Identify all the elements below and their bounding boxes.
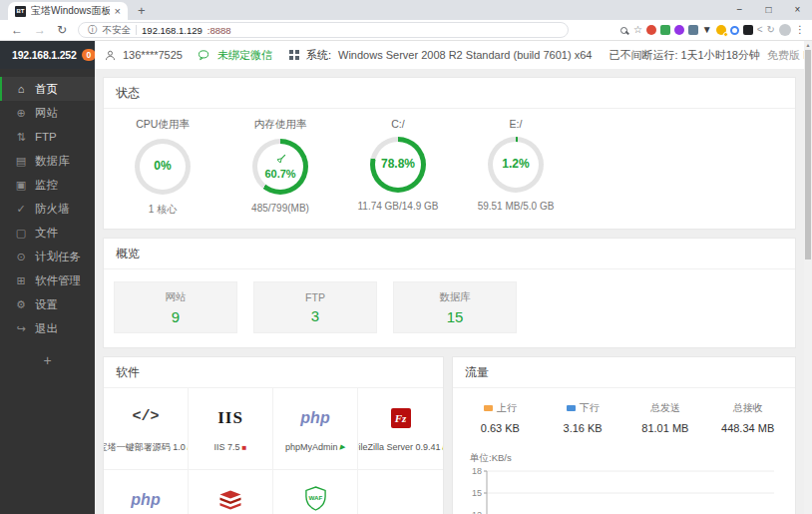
software-icon-zone: IIS [217, 405, 243, 431]
version-label: 免费版 Beta 6.0.0 [767, 48, 804, 63]
close-button[interactable]: × [783, 0, 812, 19]
status-title: 状态 [104, 78, 795, 109]
traffic-stat-value: 3.16 KB [564, 422, 603, 434]
software-item-IIS 7.5[interactable]: IISIIS 7.5 ■ [189, 388, 273, 470]
profile-avatar[interactable] [779, 24, 791, 36]
sidebar-item-label: 软件管理 [35, 273, 81, 288]
software-icon-zone: </> [132, 404, 159, 430]
sidebar-item-防火墙[interactable]: ✓防火墙 [0, 197, 95, 221]
gauge-C:/: C:/78.8%11.74 GB/14.9 GB [339, 118, 457, 217]
uptime: 已不间断运行: 1天1小时18分钟 [609, 48, 760, 63]
sync-icon[interactable]: ↻ [767, 25, 775, 35]
scrollbar-up-icon[interactable]: ▲ [804, 41, 812, 49]
sidebar-item-文件[interactable]: ▢文件 [0, 221, 95, 245]
extension-dark-icon[interactable] [743, 25, 753, 35]
sidebar-add-button[interactable]: + [0, 352, 95, 368]
menu-kebab-icon[interactable]: ⋮ [795, 25, 805, 35]
forward-icon[interactable]: → [34, 24, 46, 36]
software-icon-zone [218, 487, 242, 513]
gauge-CPU使用率: CPU使用率0%1 核心 [104, 118, 221, 217]
traffic-stat-name: 下行 [580, 401, 600, 415]
bookmark-star-icon[interactable]: ☆ [633, 25, 642, 35]
legend-swatch [567, 405, 576, 411]
waf-shield-icon: WAF [304, 486, 327, 511]
extension-slate-icon[interactable] [688, 25, 698, 35]
traffic-stat-label: 下行 [567, 401, 600, 415]
traffic-stat-value: 81.01 MB [641, 422, 688, 434]
panel-header-right: 免费版 Beta 6.0.0 [找Bug享全场5折] 更新 修复 重启 [767, 48, 804, 63]
system-label: 系统: [306, 48, 331, 63]
wechat-status[interactable]: 未绑定微信 [217, 48, 272, 63]
overview-title: 概览 [104, 239, 795, 269]
sidebar-item-设置[interactable]: ⚙设置 [0, 292, 95, 316]
gauge-内存使用率: 内存使用率60.7%485/799(MB) [221, 118, 339, 217]
extension-purple-icon[interactable] [674, 25, 684, 35]
sidebar-item-计划任务[interactable]: ⊙计划任务 [0, 245, 95, 268]
traffic-card: 流量 上行0.63 KB下行3.16 KB总发送81.01 MB总接收448.3… [452, 356, 796, 514]
server-selector[interactable]: 192.168.1.252 0 [0, 41, 95, 69]
redis-icon [218, 490, 242, 511]
home-icon: ⌂ [15, 84, 27, 95]
traffic-stat-label: 总发送 [650, 401, 680, 415]
new-tab-button[interactable]: + [138, 4, 146, 17]
tab-title: 宝塔Windows面板 [31, 4, 110, 18]
sidebar-item-监控[interactable]: ▣监控 [0, 173, 95, 197]
gauge-sub: 59.51 MB/5.0 GB [478, 201, 555, 212]
info-icon[interactable]: ⓘ [88, 24, 98, 37]
traffic-stat-总接收: 总接收448.34 MB [706, 401, 789, 434]
traffic-chart: 1815129630 [467, 467, 778, 514]
software-item-phpMyAdmin[interactable]: phpphpMyAdmin ▶ [273, 388, 358, 470]
tab-close-icon[interactable]: × [115, 6, 121, 17]
sidebar-item-网站[interactable]: ⊕网站 [0, 101, 95, 125]
svg-text:WAF: WAF [308, 494, 322, 501]
user-phone[interactable]: 136****7525 [123, 49, 183, 61]
overview-card: 概览 网站9FTP3数据库15 [103, 238, 796, 348]
reload-icon[interactable]: ↻ [57, 24, 67, 36]
maximize-button[interactable]: □ [754, 0, 783, 19]
software-item-宝塔一键部署源码 1.0[interactable]: </>宝塔一键部署源码 1.0 ▶ [104, 388, 189, 470]
address-bar[interactable]: ⓘ 不安全 192.168.1.129:8888 [78, 22, 569, 38]
gauge-value: 1.2% [493, 142, 539, 188]
sidebar-item-FTP[interactable]: ⇅FTP [0, 125, 95, 149]
status-gauges: CPU使用率0%1 核心内存使用率60.7%485/799(MB)C:/78.8… [104, 109, 795, 229]
clean-broom-icon [275, 154, 286, 165]
extension-blue-ring-icon[interactable] [730, 26, 739, 35]
page-scrollbar: ▲ [804, 41, 812, 514]
overview-box-网站[interactable]: 网站9 [114, 281, 237, 333]
sidebar-item-label: FTP [35, 131, 57, 143]
overview-value: 15 [447, 308, 464, 325]
zoom-icon[interactable] [620, 27, 627, 34]
software-item-FileZilla Server 0.9.41[interactable]: FzFileZilla Server 0.9.41 ▶ [358, 388, 443, 470]
sidebar-item-退出[interactable]: ↪退出 [0, 316, 95, 340]
extension-orange-icon[interactable] [716, 25, 726, 35]
minimize-button[interactable]: − [725, 0, 754, 19]
software-item-宝塔IIS防火墙 1.0[interactable]: WAF宝塔IIS防火墙 1.0 ▶ [273, 470, 358, 514]
ftp-icon: ⇅ [15, 132, 27, 143]
sidebar-item-label: 数据库 [35, 154, 70, 169]
software-item-PHP-5.2[interactable]: phpPHP-5.2 ▶ [104, 470, 189, 514]
overview-box-数据库[interactable]: 数据库15 [393, 281, 517, 333]
back-icon[interactable]: ← [11, 24, 23, 36]
software-card: 软件 </>宝塔一键部署源码 1.0 ▶IISIIS 7.5 ■phpphpMy… [103, 356, 444, 514]
overview-box-FTP[interactable]: FTP3 [253, 281, 377, 333]
traffic-stat-label: 总接收 [733, 401, 763, 415]
browser-tab[interactable]: BT 宝塔Windows面板 × [8, 2, 128, 20]
scrollbar-thumb[interactable] [805, 50, 811, 259]
sidebar-item-数据库[interactable]: ▤数据库 [0, 149, 95, 173]
software-item-redis 1.0[interactable]: redis 1.0 ▶ [189, 470, 273, 514]
traffic-stat-上行: 上行0.63 KB [459, 401, 542, 434]
iis-icon: IIS [217, 408, 243, 428]
traffic-stat-label: 上行 [484, 401, 517, 415]
gauge-ring: 60.7% [252, 139, 308, 195]
sidebar-item-软件管理[interactable]: ⊞软件管理 [0, 268, 95, 292]
sidebar-item-首页[interactable]: ⌂首页 [0, 77, 95, 101]
collapse-chevron-icon[interactable]: < [757, 25, 763, 35]
sidebar-item-label: 首页 [35, 82, 58, 97]
software-title: 软件 [104, 357, 443, 388]
extension-adblock-icon[interactable] [646, 25, 656, 35]
traffic-stat-总发送: 总发送81.01 MB [624, 401, 707, 434]
extension-green-icon[interactable] [660, 25, 670, 35]
extension-funnel-icon[interactable]: ▼ [702, 25, 712, 35]
website-icon: ⊕ [15, 108, 27, 119]
traffic-stats: 上行0.63 KB下行3.16 KB总发送81.01 MB总接收448.34 M… [453, 388, 795, 436]
